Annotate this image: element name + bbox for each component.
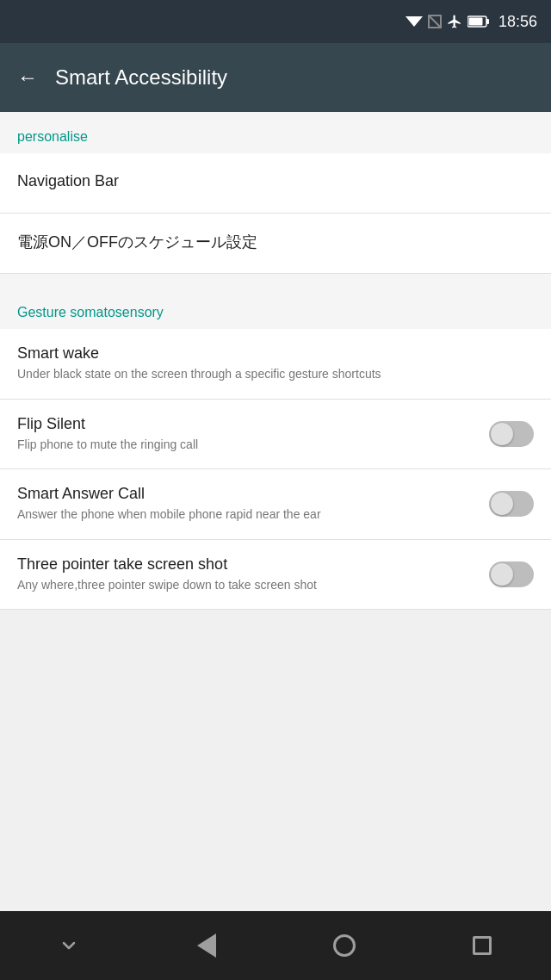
status-time: 18:56: [498, 13, 537, 31]
battery-icon: [467, 15, 490, 28]
list-item-smart-answer[interactable]: Smart Answer Call Answer the phone when …: [0, 469, 551, 540]
smart-answer-subtitle: Answer the phone when mobile phone rapid…: [17, 506, 475, 524]
status-icons: 18:56: [406, 13, 537, 31]
flip-silent-subtitle: Flip phone to mute the ringing call: [17, 437, 475, 454]
power-schedule-title: 電源ON／OFFのスケジュール設定: [17, 232, 534, 252]
three-pointer-subtitle: Any where,three pointer swipe down to ta…: [17, 577, 475, 594]
nav-back-button[interactable]: [181, 920, 232, 971]
status-bar: 18:56: [0, 0, 551, 43]
navigation-bar-title: Navigation Bar: [17, 172, 534, 190]
nav-chevron-down[interactable]: [43, 920, 95, 971]
section-header-personalise: personalise: [0, 112, 551, 153]
section-divider: [0, 274, 551, 288]
list-item-flip-silent[interactable]: Flip Silent Flip phone to mute the ringi…: [0, 400, 551, 470]
flip-silent-toggle[interactable]: [489, 421, 534, 447]
section-gesture: Gesture somatosensory Smart wake Under b…: [0, 288, 551, 610]
three-pointer-title: Three pointer take screen shot: [17, 555, 475, 574]
section-header-gesture: Gesture somatosensory: [0, 288, 551, 329]
list-item-three-pointer[interactable]: Three pointer take screen shot Any where…: [0, 540, 551, 611]
header: ← Smart Accessibility: [0, 43, 551, 112]
list-item-power-schedule[interactable]: 電源ON／OFFのスケジュール設定: [0, 214, 551, 274]
wifi-icon: [406, 15, 423, 28]
flip-silent-title: Flip Silent: [17, 415, 475, 433]
smart-answer-title: Smart Answer Call: [17, 485, 475, 503]
content-area: personalise Navigation Bar 電源ON／OFFのスケジュ…: [0, 112, 551, 610]
nav-recents-button[interactable]: [456, 920, 508, 971]
airplane-icon: [447, 14, 462, 29]
list-item-smart-wake[interactable]: Smart wake Under black state on the scre…: [0, 329, 551, 400]
svg-marker-0: [406, 16, 423, 27]
page-title: Smart Accessibility: [55, 65, 227, 90]
svg-rect-4: [486, 19, 489, 24]
sim-icon: [428, 15, 442, 28]
bottom-navigation-bar: [0, 911, 551, 980]
list-item-navigation-bar[interactable]: Navigation Bar: [0, 153, 551, 214]
nav-home-button[interactable]: [319, 920, 370, 971]
section-personalise: personalise Navigation Bar 電源ON／OFFのスケジュ…: [0, 112, 551, 274]
three-pointer-toggle[interactable]: [489, 561, 534, 587]
smart-wake-subtitle: Under black state on the screen through …: [17, 366, 534, 383]
smart-wake-title: Smart wake: [17, 344, 534, 363]
back-button[interactable]: ←: [17, 65, 38, 90]
svg-line-2: [429, 16, 441, 28]
smart-answer-toggle[interactable]: [489, 491, 534, 517]
svg-rect-5: [468, 18, 482, 26]
